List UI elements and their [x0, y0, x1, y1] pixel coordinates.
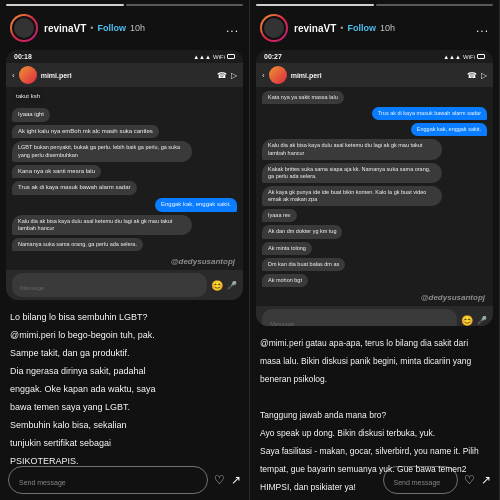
wifi-icon-left: WiFi [213, 54, 225, 60]
status-bar-right: 00:27 ▲▲▲ WiFi [256, 50, 493, 63]
avatar-image-left [12, 16, 36, 40]
reply-placeholder-left: Send message [19, 479, 66, 486]
msg-4-left: Kana nya ok santi mesra lalu [12, 165, 101, 179]
heart-icon-left[interactable]: ♡ [214, 473, 225, 487]
chat-username-left: mimi.peri [41, 72, 213, 79]
username-left: revinaVT [44, 23, 86, 34]
watermark-left: @dedysusantopj [6, 255, 243, 268]
avatar-right [260, 14, 288, 42]
header-info-right: revinaVT • Follow 10h [294, 23, 470, 34]
msg-5-right: Kakak brittes suka sama siapa aja kk. Na… [262, 163, 442, 183]
avatar-image-right [262, 16, 286, 40]
msg-label-left: takut ksh [12, 91, 44, 103]
msg-2-left: Ak ight kalu nya emBoh mk alc masih suka… [12, 125, 159, 139]
story-header-right: revinaVT • Follow 10h ... [250, 6, 499, 50]
messages-area-right: Kata nya ya sakit massa lalu Trus ak di … [256, 87, 493, 291]
mic-icon-right[interactable]: 🎤 [477, 316, 487, 325]
signal-icon-left: ▲▲▲ [193, 54, 211, 60]
chat-avatar-left [19, 66, 37, 84]
msg-7-left: Kalu dia ak bisa kaya dulu asal ketemu d… [12, 215, 192, 235]
reply-bar-right: Send message ♡ ↗ [375, 462, 500, 498]
chat-username-right: mimi.peri [291, 72, 463, 79]
status-time-left: 00:18 [14, 53, 32, 60]
phone-screen-right: 00:27 ▲▲▲ WiFi ‹ mimi.peri ☎ ▷ Kata nya … [256, 50, 493, 326]
share-icon-right[interactable]: ↗ [481, 473, 491, 487]
follow-button-left[interactable]: Follow [97, 23, 126, 33]
status-time-right: 00:27 [264, 53, 282, 60]
chat-action-icons-left: ☎ ▷ [217, 71, 237, 80]
wifi-icon-right: WiFi [463, 54, 475, 60]
phone-screen-left: 00:18 ▲▲▲ WiFi ‹ mimi.peri ☎ ▷ takut [6, 50, 243, 300]
chat-header-right: ‹ mimi.peri ☎ ▷ [256, 63, 493, 87]
signal-icon-right: ▲▲▲ [443, 54, 461, 60]
msg-7-right: Iyaaa rev [262, 209, 297, 222]
msg-6-left: Enggak kak, enggak sakit. [155, 198, 237, 212]
input-bar-right: Message 😊 🎤 [256, 306, 493, 326]
msg-5-left: Trus ak di kaya masuk bawah alarm sadar [12, 181, 137, 195]
status-bar-left: 00:18 ▲▲▲ WiFi [6, 50, 243, 63]
msg-3-left: LGBT bukan penyakit, bukak ga perlu. leb… [12, 141, 192, 161]
status-icons-right: ▲▲▲ WiFi [443, 54, 485, 60]
dot-right: • [340, 23, 343, 33]
chat-action-icons-right: ☎ ▷ [467, 71, 487, 80]
story-header-left: revinaVT • Follow 10h ... [0, 6, 249, 50]
heart-icon-right[interactable]: ♡ [464, 473, 475, 487]
msg-11-right: Ak mohon bgt [262, 274, 308, 287]
audio-icon-left[interactable]: ☎ [217, 71, 227, 80]
msg-9-right: Ak minta tolong [262, 242, 312, 255]
more-button-right[interactable]: ... [476, 21, 489, 35]
avatar-left [10, 14, 38, 42]
left-story-panel: revinaVT • Follow 10h ... 00:18 ▲▲▲ WiFi… [0, 0, 250, 500]
chat-header-left: ‹ mimi.peri ☎ ▷ [6, 63, 243, 87]
battery-icon-right [477, 54, 485, 59]
mic-icon-left[interactable]: 🎤 [227, 281, 237, 290]
msg-2-right: Trus ak di kaya masuk bawah alarm sadar [372, 107, 487, 120]
username-right: revinaVT [294, 23, 336, 34]
message-input-right[interactable]: Message [262, 309, 457, 326]
follow-button-right[interactable]: Follow [347, 23, 376, 33]
more-button-left[interactable]: ... [226, 21, 239, 35]
msg-8-left: Namanya suka sama orang, ga perlu ada se… [12, 238, 143, 251]
input-placeholder-left: Message [20, 285, 44, 291]
emoji-icon-left[interactable]: 😊 [211, 280, 223, 291]
video-icon-right[interactable]: ▷ [481, 71, 487, 80]
right-story-panel: revinaVT • Follow 10h ... 00:27 ▲▲▲ WiFi… [250, 0, 500, 500]
msg-8-right: Ak dan dm dokter yg km tug [262, 225, 342, 238]
messages-area-left: takut ksh Iyaaa ight Ak ight kalu nya em… [6, 87, 243, 255]
msg-3-right: Enggak kak, enggak sakit. [411, 123, 487, 136]
msg-1-left: Iyaaa ight [12, 108, 50, 122]
input-bar-left: Message 😊 🎤 [6, 270, 243, 300]
time-right: 10h [380, 23, 395, 33]
audio-icon-right[interactable]: ☎ [467, 71, 477, 80]
reply-bar-left: Send message ♡ ↗ [0, 462, 249, 498]
time-left: 10h [130, 23, 145, 33]
reply-input-right[interactable]: Send message [383, 466, 459, 494]
emoji-icon-right[interactable]: 😊 [461, 315, 473, 326]
share-icon-left[interactable]: ↗ [231, 473, 241, 487]
video-icon-left[interactable]: ▷ [231, 71, 237, 80]
message-input-left[interactable]: Message [12, 273, 207, 297]
back-icon-right[interactable]: ‹ [262, 71, 265, 80]
status-icons-left: ▲▲▲ WiFi [193, 54, 235, 60]
reply-input-left[interactable]: Send message [8, 466, 208, 494]
msg-4-right: Kalu dia ak bisa kaya dulu asal ketemu d… [262, 139, 442, 159]
header-info-left: revinaVT • Follow 10h [44, 23, 220, 34]
msg-1-right: Kata nya ya sakit massa lalu [262, 91, 344, 104]
msg-10-right: Dm kan dia buat balas dm as [262, 258, 345, 271]
back-icon-left[interactable]: ‹ [12, 71, 15, 80]
reply-placeholder-right: Send message [394, 479, 441, 486]
dot-left: • [90, 23, 93, 33]
msg-6-right: Ak kaya gk punya ide ide buat bikin kont… [262, 186, 442, 206]
caption-left: Lo bilang lo bisa sembuhin LGBT?@mimi.pe… [0, 300, 249, 474]
watermark-right: @dedysusantopj [256, 291, 493, 304]
caption-text-left: Lo bilang lo bisa sembuhin LGBT?@mimi.pe… [10, 312, 156, 466]
battery-icon-left [227, 54, 235, 59]
chat-avatar-right [269, 66, 287, 84]
